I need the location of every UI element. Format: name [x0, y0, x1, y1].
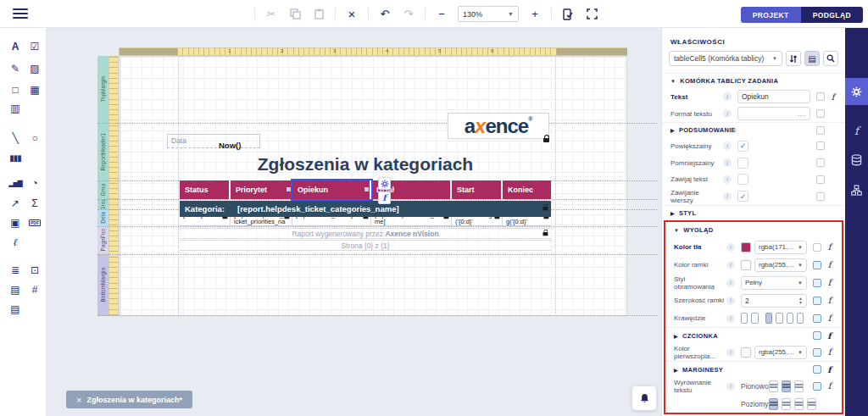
undo-icon[interactable]: ↶: [377, 7, 392, 22]
cut-icon[interactable]: ✂: [264, 7, 279, 22]
info-icon[interactable]: i: [726, 297, 735, 305]
info-icon[interactable]: i: [726, 243, 735, 252]
kolor-ramki-expression-icon[interactable]: f: [826, 260, 833, 269]
cell-settings-gear-icon[interactable]: [378, 177, 391, 190]
zoom-select[interactable]: 130% ▼: [458, 6, 519, 22]
info-icon[interactable]: i: [726, 348, 735, 357]
delete-icon[interactable]: ×: [344, 7, 359, 22]
date-value-cell[interactable]: Now(): [219, 141, 241, 150]
shapes-tool-icon[interactable]: ○: [28, 131, 42, 145]
pdf-export-tool-icon[interactable]: PDF: [28, 216, 42, 230]
powiekszalny-checkbox[interactable]: ✓: [737, 141, 748, 152]
halign-right-button[interactable]: [794, 398, 804, 410]
czcionka-expression-icon[interactable]: f: [826, 331, 833, 341]
sparkline-tool-icon[interactable]: ↗: [8, 197, 22, 210]
cell-expression-f-icon[interactable]: f: [378, 191, 391, 204]
search-properties-button[interactable]: [823, 51, 838, 66]
band-page-footer[interactable]: PageFoo: [97, 226, 108, 254]
czcionka-checkbox[interactable]: [813, 331, 821, 340]
band-report-header[interactable]: ReportHeader1: [97, 123, 108, 180]
edge-right-button[interactable]: [776, 313, 782, 324]
copy-icon[interactable]: [287, 7, 303, 22]
tekst-expression-icon[interactable]: f: [829, 92, 837, 102]
databand-tool-icon[interactable]: ≣: [8, 263, 22, 277]
axence-logo[interactable]: axence®: [448, 113, 549, 139]
paste-icon[interactable]: [311, 7, 326, 22]
picture-tool-icon[interactable]: ▨: [28, 62, 42, 75]
zawijanie-override-checkbox[interactable]: [816, 192, 825, 201]
rail-data-source-icon[interactable]: [845, 147, 868, 174]
valign-middle-button[interactable]: [782, 380, 791, 392]
info-icon[interactable]: i: [726, 314, 735, 323]
subreport-tool-icon[interactable]: ⊡: [28, 263, 42, 277]
edge-left-button[interactable]: [765, 313, 772, 324]
styl-obramowania-checkbox[interactable]: [813, 279, 821, 287]
barcode-tool-icon[interactable]: ▮▮▮: [8, 151, 22, 164]
marginesy-expression-icon[interactable]: f: [826, 365, 833, 374]
close-icon[interactable]: ×: [76, 395, 81, 405]
table-tool-icon[interactable]: ▦: [28, 83, 42, 97]
band-group-1[interactable]: Grou: [97, 180, 108, 199]
footer-generated-text[interactable]: Raport wygenerowany przez Axence nVision: [180, 228, 551, 239]
info-icon[interactable]: i: [723, 175, 732, 184]
szerokosc-checkbox[interactable]: [813, 297, 821, 305]
kolor-pierwszo-expression-icon[interactable]: f: [826, 347, 833, 357]
info-icon[interactable]: i: [723, 141, 732, 150]
fullscreen-icon[interactable]: [584, 7, 599, 22]
band-top-margin[interactable]: TopMargin: [97, 56, 108, 123]
column-header-start[interactable]: Start: [452, 180, 503, 199]
band-separator[interactable]: [97, 226, 657, 227]
band-separator[interactable]: [97, 199, 657, 200]
valign-bottom-button[interactable]: [794, 380, 804, 392]
crossband-tool-icon[interactable]: #: [28, 283, 42, 297]
sort-properties-button[interactable]: [786, 51, 801, 66]
text-tool-icon[interactable]: A: [8, 40, 22, 53]
info-icon[interactable]: i: [726, 261, 735, 269]
format-input[interactable]: ...: [737, 107, 810, 120]
preview-button[interactable]: PODGLĄD: [801, 7, 863, 23]
matrix-tool-icon[interactable]: ▤: [8, 302, 22, 316]
band-bottom-margin[interactable]: BottomMargin: [97, 254, 108, 316]
szerokosc-expression-icon[interactable]: f: [826, 296, 833, 305]
column-header-status[interactable]: Status: [180, 180, 231, 199]
halign-left-button[interactable]: [769, 398, 778, 410]
border-color-dropdown[interactable]: rgba(255, 255, 255, 1)▼: [754, 258, 807, 272]
column-header-koniec[interactable]: Koniec: [503, 180, 551, 199]
resize-handle[interactable]: [364, 187, 369, 191]
section-czcionka[interactable]: ▶ CZCIONKA f: [665, 327, 842, 343]
menu-icon[interactable]: [13, 8, 28, 19]
redo-icon[interactable]: ↷: [401, 7, 416, 22]
group-properties-button[interactable]: ▤: [804, 51, 820, 66]
edge-top-button[interactable]: [787, 313, 793, 324]
edge-all-button[interactable]: [751, 313, 758, 324]
wyrownanie-checkbox[interactable]: [813, 382, 821, 391]
band-detail[interactable]: Deta: [97, 209, 108, 226]
zawijanie-checkbox[interactable]: ✓: [737, 191, 748, 202]
zoom-in-icon[interactable]: +: [527, 7, 542, 22]
band-group-2[interactable]: Grou: [97, 199, 108, 209]
date-label-cell[interactable]: Data: [167, 134, 260, 148]
section-wyglad[interactable]: ▼ WYGLĄD: [665, 222, 842, 238]
border-style-dropdown[interactable]: Pełny▼: [741, 276, 807, 290]
footer-page-number[interactable]: Strona {0} z {1}: [180, 240, 551, 251]
section-podsumowanie[interactable]: ▶ PODSUMOWANIE f: [662, 122, 845, 137]
info-icon[interactable]: i: [723, 158, 732, 167]
kolor-tla-expression-icon[interactable]: f: [826, 242, 833, 252]
border-width-stepper[interactable]: 2▲▼: [741, 294, 807, 308]
podsumowanie-checkbox[interactable]: [816, 126, 825, 135]
section-marginesy[interactable]: ▶ MARGINESY f: [665, 361, 842, 377]
zawijaj-override-checkbox[interactable]: [816, 175, 825, 184]
section-table-cell[interactable]: ▼ KOMÓRKA TABLICY ZADANIA: [662, 73, 845, 88]
band-separator[interactable]: [97, 123, 657, 124]
band-tool-icon[interactable]: ▤: [8, 283, 22, 297]
halign-justify-button[interactable]: [807, 398, 816, 410]
kolor-tla-checkbox[interactable]: [813, 243, 821, 252]
report-title[interactable]: Zgłoszenia w kategoriach: [178, 154, 553, 175]
halign-center-button[interactable]: [782, 398, 791, 410]
valign-top-button[interactable]: [769, 380, 778, 392]
section-styl[interactable]: ▶ STYL: [662, 205, 845, 220]
format-checkbox[interactable]: [816, 109, 825, 118]
info-icon[interactable]: i: [726, 382, 735, 391]
formula-tool-icon[interactable]: Σ: [28, 197, 42, 210]
tekst-input[interactable]: Opiekun: [737, 90, 810, 103]
